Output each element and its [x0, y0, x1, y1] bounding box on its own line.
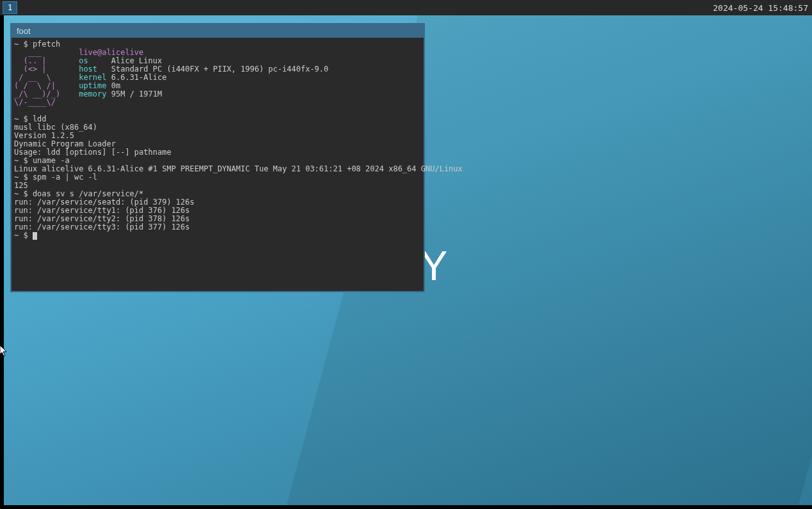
desktop[interactable]: SWAY foot ~ $ pfetch ___ live@alicelive …: [4, 15, 812, 505]
workspace-badge[interactable]: 1: [3, 1, 17, 14]
top-bar: 1 2024-05-24 15:48:57: [0, 0, 812, 15]
terminal-window[interactable]: foot ~ $ pfetch ___ live@alicelive (.. |…: [10, 23, 425, 292]
terminal-cursor: [33, 232, 37, 240]
clock: 2024-05-24 15:48:57: [713, 3, 808, 13]
window-titlebar[interactable]: foot: [12, 24, 424, 38]
terminal-content[interactable]: ~ $ pfetch ___ live@alicelive (.. | os A…: [12, 38, 424, 291]
